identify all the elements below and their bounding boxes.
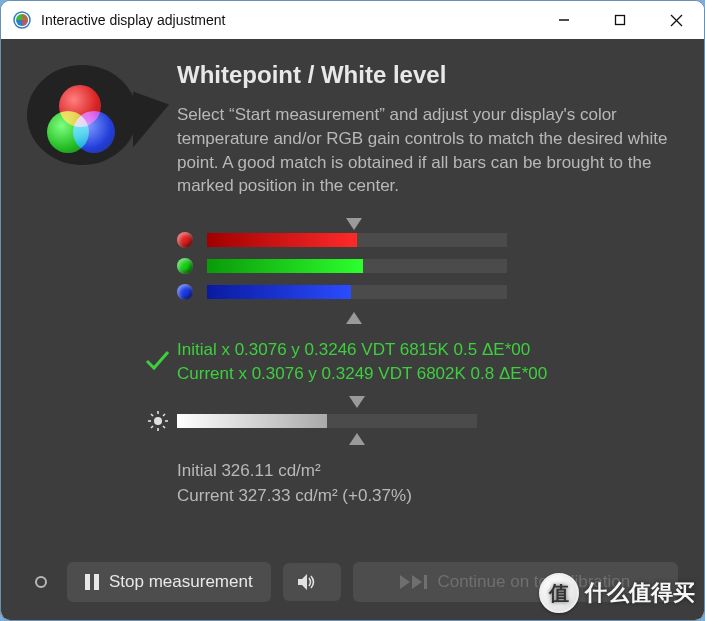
svg-line-13	[151, 426, 153, 428]
rgb-speech-icon	[27, 65, 157, 175]
rgb-bars-block	[177, 216, 678, 330]
brightness-initial-line: Initial 326.11 cd/m²	[177, 458, 678, 484]
brightness-block	[177, 400, 678, 448]
marker-top-icon	[346, 218, 362, 230]
red-bar	[207, 233, 507, 247]
checkmark-icon	[143, 346, 177, 378]
maximize-button[interactable]	[592, 1, 648, 39]
brightness-status-text: Initial 326.11 cd/m² Current 327.33 cd/m…	[177, 458, 678, 509]
bottom-toolbar: Stop measurement Continue on to calibrat…	[27, 552, 678, 602]
green-bar-row	[177, 258, 678, 274]
marker-bottom-icon	[346, 312, 362, 324]
speaker-icon	[297, 573, 317, 591]
window-title: Interactive display adjustment	[41, 12, 225, 28]
blue-bar	[207, 285, 507, 299]
brightness-marker-top-icon	[349, 396, 365, 408]
brightness-icon	[147, 410, 169, 432]
svg-line-12	[163, 414, 165, 416]
skip-forward-icon	[400, 575, 427, 589]
sound-button[interactable]	[283, 563, 341, 601]
svg-line-10	[151, 414, 153, 416]
record-dot-icon	[35, 576, 47, 588]
window-frame: Interactive display adjustment	[0, 0, 705, 621]
brightness-bar	[177, 414, 477, 428]
pause-icon	[85, 574, 99, 590]
titlebar: Interactive display adjustment	[1, 1, 704, 39]
svg-rect-2	[616, 16, 625, 25]
content-area: Whitepoint / White level Select “Start m…	[1, 39, 704, 620]
rgb-current-line: Current x 0.3076 y 0.3249 VDT 6802K 0.8 …	[177, 362, 547, 386]
svg-point-5	[154, 417, 162, 425]
blue-bar-fill	[207, 285, 351, 299]
brightness-marker-bottom-icon	[349, 433, 365, 445]
blue-led-icon	[177, 284, 193, 300]
green-led-icon	[177, 258, 193, 274]
heading: Whitepoint / White level	[177, 61, 678, 89]
brightness-bar-fill	[177, 414, 327, 428]
red-bar-fill	[207, 233, 357, 247]
app-icon	[13, 11, 31, 29]
blue-bar-row	[177, 284, 678, 300]
stop-button-label: Stop measurement	[109, 572, 253, 592]
green-bar	[207, 259, 507, 273]
stop-measurement-button[interactable]: Stop measurement	[67, 562, 271, 602]
red-led-icon	[177, 232, 193, 248]
svg-line-11	[163, 426, 165, 428]
rgb-initial-line: Initial x 0.3076 y 0.3246 VDT 6815K 0.5 …	[177, 338, 547, 362]
minimize-button[interactable]	[536, 1, 592, 39]
continue-button-label: Continue on to calibration	[437, 572, 630, 592]
continue-calibration-button[interactable]: Continue on to calibration	[353, 562, 678, 602]
green-bar-fill	[207, 259, 363, 273]
rgb-status-text: Initial x 0.3076 y 0.3246 VDT 6815K 0.5 …	[177, 338, 547, 386]
close-button[interactable]	[648, 1, 704, 39]
brightness-current-line: Current 327.33 cd/m² (+0.37%)	[177, 483, 678, 509]
record-indicator-button[interactable]	[27, 568, 55, 596]
red-bar-row	[177, 232, 678, 248]
description: Select “Start measurement” and adjust yo…	[177, 103, 677, 198]
